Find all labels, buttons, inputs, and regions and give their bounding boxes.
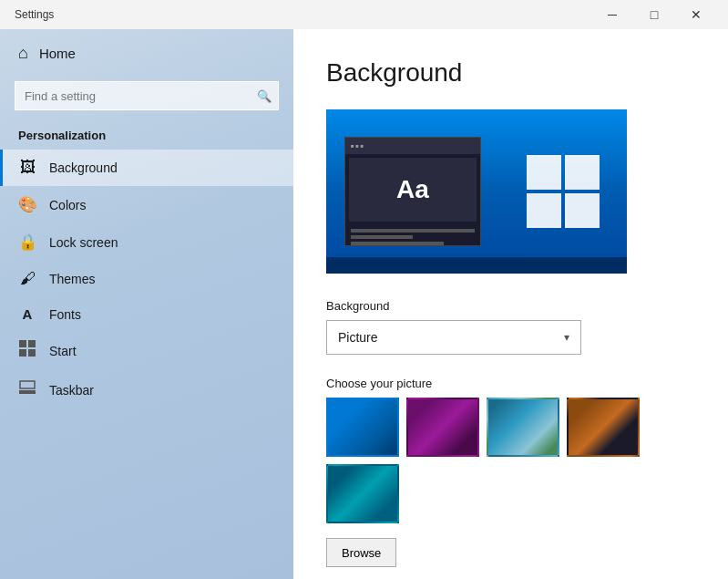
svg-rect-5 xyxy=(20,381,35,388)
thumb-inner-5 xyxy=(328,466,397,522)
sidebar-item-themes[interactable]: 🖌 Themes xyxy=(0,261,293,297)
svg-rect-3 xyxy=(28,349,36,357)
maximize-button[interactable]: □ xyxy=(633,0,675,29)
sidebar: ⌂ Home 🔍 Personalization 🖼 Background 🎨 … xyxy=(0,29,293,579)
fonts-icon: A xyxy=(18,306,36,322)
close-button[interactable]: ✕ xyxy=(675,0,717,29)
preview-bar-3 xyxy=(351,242,444,245)
search-input[interactable] xyxy=(15,81,279,110)
sidebar-item-background[interactable]: 🖼 Background xyxy=(0,150,293,186)
sidebar-item-start-label: Start xyxy=(49,344,77,358)
home-icon: ⌂ xyxy=(18,44,28,63)
sidebar-item-home[interactable]: ⌂ Home xyxy=(0,29,293,78)
search-icon: 🔍 xyxy=(257,89,272,103)
minimize-button[interactable]: ─ xyxy=(591,0,633,29)
picture-thumb-3[interactable] xyxy=(487,398,559,457)
background-dropdown[interactable]: Picture ▾ xyxy=(326,320,581,355)
picture-thumb-1[interactable] xyxy=(326,398,399,457)
window-controls: ─ □ ✕ xyxy=(591,0,717,29)
home-label: Home xyxy=(39,46,76,61)
app-body: ⌂ Home 🔍 Personalization 🖼 Background 🎨 … xyxy=(0,29,728,579)
section-title: Personalization xyxy=(0,121,293,150)
theme-title-bar: ■ ■ ■ xyxy=(345,138,480,154)
sidebar-item-lock-label: Lock screen xyxy=(49,235,118,250)
titlebar: Settings ─ □ ✕ xyxy=(0,0,728,29)
sidebar-item-fonts[interactable]: A Fonts xyxy=(0,297,293,331)
windows-logo xyxy=(527,155,600,228)
start-icon xyxy=(18,340,36,361)
desktop-preview: ■ ■ ■ Aa xyxy=(326,109,627,274)
win-logo-br xyxy=(565,193,600,228)
background-section-label: Background xyxy=(326,299,695,313)
thumb-inner-4 xyxy=(569,399,638,455)
theme-preview-box: ■ ■ ■ Aa xyxy=(344,137,481,246)
taskbar-icon xyxy=(18,379,36,400)
preview-desktop-bg: ■ ■ ■ Aa xyxy=(326,109,627,274)
thumb-inner-2 xyxy=(408,399,477,455)
theme-bars xyxy=(345,225,480,252)
background-icon: 🖼 xyxy=(18,159,36,177)
sidebar-item-lock-screen[interactable]: 🔒 Lock screen xyxy=(0,223,293,261)
sidebar-item-taskbar[interactable]: Taskbar xyxy=(0,370,293,409)
win-logo-tr xyxy=(565,155,600,190)
win-logo-tl xyxy=(527,155,561,190)
preview-bar-2 xyxy=(351,235,413,239)
choose-picture-label: Choose your picture xyxy=(326,377,695,390)
lock-icon: 🔒 xyxy=(18,233,36,252)
search-container: 🔍 xyxy=(15,81,279,110)
picture-thumb-4[interactable] xyxy=(567,398,640,457)
picture-thumb-5[interactable] xyxy=(326,464,399,523)
themes-icon: 🖌 xyxy=(18,270,36,288)
svg-rect-2 xyxy=(19,349,26,357)
picture-thumb-2[interactable] xyxy=(406,398,479,457)
preview-bar-1 xyxy=(351,229,475,233)
win-logo-bl xyxy=(527,193,561,228)
thumb-inner-3 xyxy=(488,399,558,455)
theme-aa-text: Aa xyxy=(349,158,477,222)
sidebar-item-taskbar-label: Taskbar xyxy=(49,383,94,398)
chevron-down-icon: ▾ xyxy=(564,331,569,344)
svg-rect-0 xyxy=(19,340,26,347)
colors-icon: 🎨 xyxy=(18,195,36,214)
sidebar-item-fonts-label: Fonts xyxy=(49,307,81,322)
preview-taskbar xyxy=(326,257,627,274)
app-title: Settings xyxy=(15,8,54,21)
svg-rect-4 xyxy=(19,390,36,394)
thumb-inner-1 xyxy=(328,399,397,455)
sidebar-item-background-label: Background xyxy=(49,160,118,175)
sidebar-item-themes-label: Themes xyxy=(49,272,96,286)
browse-button[interactable]: Browse xyxy=(326,538,396,567)
main-panel: Background ■ ■ ■ A xyxy=(293,29,728,579)
sidebar-item-colors[interactable]: 🎨 Colors xyxy=(0,186,293,223)
picture-grid xyxy=(326,398,695,523)
background-dropdown-value: Picture xyxy=(338,330,378,345)
sidebar-item-start[interactable]: Start xyxy=(0,331,293,370)
page-title: Background xyxy=(326,58,695,88)
sidebar-item-colors-label: Colors xyxy=(49,198,86,212)
svg-rect-1 xyxy=(28,340,36,347)
